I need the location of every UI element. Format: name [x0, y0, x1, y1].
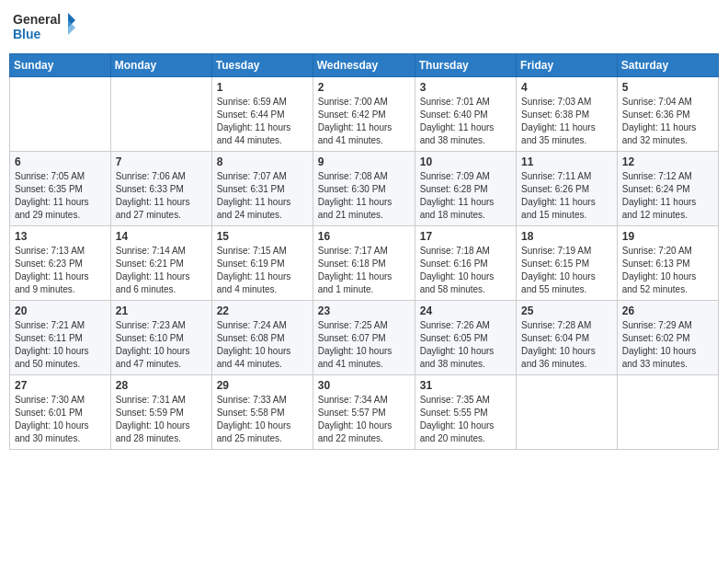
day-info: Sunrise: 7:06 AM Sunset: 6:33 PM Dayligh…: [116, 170, 207, 222]
day-info: Sunrise: 7:35 AM Sunset: 5:55 PM Dayligh…: [420, 394, 511, 445]
day-number: 13: [15, 230, 106, 243]
day-info: Sunrise: 7:07 AM Sunset: 6:31 PM Dayligh…: [217, 170, 308, 222]
day-number: 26: [622, 304, 713, 317]
day-info: Sunrise: 7:04 AM Sunset: 6:36 PM Dayligh…: [622, 96, 713, 147]
weekday-header: Saturday: [617, 54, 718, 77]
calendar-cell: 10Sunrise: 7:09 AM Sunset: 6:28 PM Dayli…: [415, 152, 516, 226]
calendar-week-row: 27Sunrise: 7:30 AM Sunset: 6:01 PM Dayli…: [10, 375, 719, 450]
day-info: Sunrise: 7:33 AM Sunset: 5:58 PM Dayligh…: [217, 394, 308, 445]
calendar-week-row: 20Sunrise: 7:21 AM Sunset: 6:11 PM Dayli…: [10, 301, 719, 375]
day-info: Sunrise: 7:25 AM Sunset: 6:07 PM Dayligh…: [318, 319, 410, 371]
day-info: Sunrise: 7:29 AM Sunset: 6:02 PM Dayligh…: [622, 319, 713, 371]
day-info: Sunrise: 6:59 AM Sunset: 6:44 PM Dayligh…: [217, 96, 308, 147]
weekday-header: Sunday: [10, 54, 111, 77]
day-number: 30: [318, 379, 410, 392]
calendar-cell: 3Sunrise: 7:01 AM Sunset: 6:40 PM Daylig…: [415, 77, 516, 152]
day-number: 29: [217, 379, 308, 392]
day-number: 3: [420, 81, 511, 94]
day-number: 9: [318, 155, 410, 168]
day-info: Sunrise: 7:17 AM Sunset: 6:18 PM Dayligh…: [318, 245, 410, 296]
day-info: Sunrise: 7:23 AM Sunset: 6:10 PM Dayligh…: [116, 319, 207, 371]
weekday-header: Monday: [110, 54, 211, 77]
day-info: Sunrise: 7:09 AM Sunset: 6:28 PM Dayligh…: [420, 170, 511, 222]
calendar-cell: 9Sunrise: 7:08 AM Sunset: 6:30 PM Daylig…: [313, 152, 415, 226]
day-info: Sunrise: 7:14 AM Sunset: 6:21 PM Dayligh…: [116, 245, 207, 296]
day-number: 22: [217, 304, 308, 317]
day-info: Sunrise: 7:15 AM Sunset: 6:19 PM Dayligh…: [217, 245, 308, 296]
calendar-cell: 7Sunrise: 7:06 AM Sunset: 6:33 PM Daylig…: [110, 152, 211, 226]
day-number: 24: [420, 304, 511, 317]
calendar-cell: [617, 375, 718, 450]
calendar-week-row: 1Sunrise: 6:59 AM Sunset: 6:44 PM Daylig…: [10, 77, 719, 152]
day-info: Sunrise: 7:30 AM Sunset: 6:01 PM Dayligh…: [15, 394, 106, 445]
day-info: Sunrise: 7:01 AM Sunset: 6:40 PM Dayligh…: [420, 96, 511, 147]
day-number: 8: [217, 155, 308, 168]
day-info: Sunrise: 7:05 AM Sunset: 6:35 PM Dayligh…: [15, 170, 106, 222]
calendar-week-row: 13Sunrise: 7:13 AM Sunset: 6:23 PM Dayli…: [10, 226, 719, 301]
calendar-cell: 18Sunrise: 7:19 AM Sunset: 6:15 PM Dayli…: [517, 226, 618, 301]
calendar-cell: 20Sunrise: 7:21 AM Sunset: 6:11 PM Dayli…: [10, 301, 111, 375]
calendar-cell: 13Sunrise: 7:13 AM Sunset: 6:23 PM Dayli…: [10, 226, 111, 301]
calendar-cell: 16Sunrise: 7:17 AM Sunset: 6:18 PM Dayli…: [313, 226, 415, 301]
calendar-cell: [10, 77, 111, 152]
calendar-cell: 14Sunrise: 7:14 AM Sunset: 6:21 PM Dayli…: [110, 226, 211, 301]
day-info: Sunrise: 7:03 AM Sunset: 6:38 PM Dayligh…: [521, 96, 612, 147]
weekday-header: Friday: [517, 54, 618, 77]
day-info: Sunrise: 7:11 AM Sunset: 6:26 PM Dayligh…: [521, 170, 612, 222]
calendar-cell: 21Sunrise: 7:23 AM Sunset: 6:10 PM Dayli…: [110, 301, 211, 375]
calendar-cell: 31Sunrise: 7:35 AM Sunset: 5:55 PM Dayli…: [415, 375, 516, 450]
day-info: Sunrise: 7:13 AM Sunset: 6:23 PM Dayligh…: [15, 245, 106, 296]
day-number: 19: [622, 230, 713, 243]
page-header: General Blue: [9, 9, 719, 46]
day-number: 23: [318, 304, 410, 317]
day-number: 16: [318, 230, 410, 243]
calendar-cell: 5Sunrise: 7:04 AM Sunset: 6:36 PM Daylig…: [617, 77, 718, 152]
calendar-cell: 30Sunrise: 7:34 AM Sunset: 5:57 PM Dayli…: [313, 375, 415, 450]
day-number: 27: [15, 379, 106, 392]
weekday-header-row: SundayMondayTuesdayWednesdayThursdayFrid…: [10, 54, 719, 77]
day-number: 31: [420, 379, 511, 392]
day-info: Sunrise: 7:34 AM Sunset: 5:57 PM Dayligh…: [318, 394, 410, 445]
calendar-cell: 27Sunrise: 7:30 AM Sunset: 6:01 PM Dayli…: [10, 375, 111, 450]
day-number: 6: [15, 155, 106, 168]
calendar-cell: 23Sunrise: 7:25 AM Sunset: 6:07 PM Dayli…: [313, 301, 415, 375]
day-info: Sunrise: 7:24 AM Sunset: 6:08 PM Dayligh…: [217, 319, 308, 371]
calendar-cell: 1Sunrise: 6:59 AM Sunset: 6:44 PM Daylig…: [211, 77, 313, 152]
day-number: 4: [521, 81, 612, 94]
day-number: 20: [15, 304, 106, 317]
calendar-cell: 17Sunrise: 7:18 AM Sunset: 6:16 PM Dayli…: [415, 226, 516, 301]
day-info: Sunrise: 7:28 AM Sunset: 6:04 PM Dayligh…: [521, 319, 612, 371]
day-number: 10: [420, 155, 511, 168]
day-number: 1: [217, 81, 308, 94]
day-number: 28: [116, 379, 207, 392]
calendar-table: SundayMondayTuesdayWednesdayThursdayFrid…: [9, 53, 719, 450]
calendar-cell: 22Sunrise: 7:24 AM Sunset: 6:08 PM Dayli…: [211, 301, 313, 375]
calendar-cell: 29Sunrise: 7:33 AM Sunset: 5:58 PM Dayli…: [211, 375, 313, 450]
day-number: 5: [622, 81, 713, 94]
day-number: 11: [521, 155, 612, 168]
day-info: Sunrise: 7:08 AM Sunset: 6:30 PM Dayligh…: [318, 170, 410, 222]
calendar-cell: 15Sunrise: 7:15 AM Sunset: 6:19 PM Dayli…: [211, 226, 313, 301]
calendar-cell: [110, 77, 211, 152]
day-info: Sunrise: 7:12 AM Sunset: 6:24 PM Dayligh…: [622, 170, 713, 222]
calendar-cell: 24Sunrise: 7:26 AM Sunset: 6:05 PM Dayli…: [415, 301, 516, 375]
weekday-header: Tuesday: [211, 54, 313, 77]
calendar-cell: 12Sunrise: 7:12 AM Sunset: 6:24 PM Dayli…: [617, 152, 718, 226]
logo-svg: General Blue: [13, 9, 77, 46]
calendar-week-row: 6Sunrise: 7:05 AM Sunset: 6:35 PM Daylig…: [10, 152, 719, 226]
calendar-cell: 28Sunrise: 7:31 AM Sunset: 5:59 PM Dayli…: [110, 375, 211, 450]
svg-text:General: General: [13, 12, 61, 27]
day-info: Sunrise: 7:19 AM Sunset: 6:15 PM Dayligh…: [521, 245, 612, 296]
day-number: 7: [116, 155, 207, 168]
day-number: 18: [521, 230, 612, 243]
day-number: 25: [521, 304, 612, 317]
weekday-header: Wednesday: [313, 54, 415, 77]
day-info: Sunrise: 7:26 AM Sunset: 6:05 PM Dayligh…: [420, 319, 511, 371]
calendar-cell: 25Sunrise: 7:28 AM Sunset: 6:04 PM Dayli…: [517, 301, 618, 375]
day-info: Sunrise: 7:31 AM Sunset: 5:59 PM Dayligh…: [116, 394, 207, 445]
day-number: 15: [217, 230, 308, 243]
calendar-cell: [517, 375, 618, 450]
day-info: Sunrise: 7:21 AM Sunset: 6:11 PM Dayligh…: [15, 319, 106, 371]
logo: General Blue: [13, 9, 77, 46]
calendar-cell: 26Sunrise: 7:29 AM Sunset: 6:02 PM Dayli…: [617, 301, 718, 375]
